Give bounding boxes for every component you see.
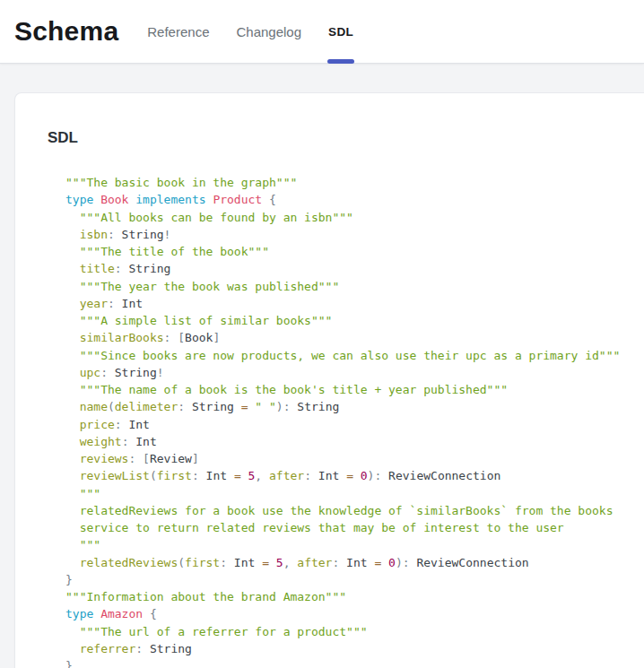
tab-bar: ReferenceChangelogSDL — [145, 0, 355, 63]
sdl-card: SDL """The basic book in the graph"""typ… — [14, 92, 644, 668]
code-line: """ — [65, 536, 626, 553]
code-line: reviewList(first: Int = 5, after: Int = … — [65, 467, 626, 484]
code-line: """The url of a referrer for a product""… — [65, 623, 626, 640]
tab-label: SDL — [328, 25, 353, 39]
code-line: """All books can be found by an isbn""" — [65, 209, 626, 226]
code-line: year: Int — [65, 295, 626, 312]
code-line: upc: String! — [65, 364, 626, 381]
tab-label: Reference — [147, 24, 209, 39]
code-line: """A simple list of similar books""" — [65, 312, 626, 329]
code-line: """The year the book was published""" — [65, 278, 626, 295]
tab-reference[interactable]: Reference — [145, 0, 211, 63]
code-line: } — [65, 571, 626, 588]
code-line: isbn: String! — [65, 226, 626, 243]
code-line: similarBooks: [Book] — [65, 329, 626, 346]
sdl-heading: SDL — [48, 129, 626, 147]
tab-sdl[interactable]: SDL — [326, 0, 355, 63]
code-line: weight: Int — [65, 433, 626, 450]
code-line: service to return related reviews that m… — [65, 519, 626, 536]
content-area: SDL """The basic book in the graph"""typ… — [0, 64, 644, 668]
code-line: name(delimeter: String = " "): String — [65, 398, 626, 415]
page-header: Schema ReferenceChangelogSDL — [0, 0, 644, 64]
page-title: Schema — [14, 16, 118, 47]
sdl-code-block: """The basic book in the graph"""type Bo… — [65, 174, 626, 668]
code-line: """The title of the book""" — [65, 243, 626, 260]
tab-label: Changelog — [236, 24, 301, 39]
tab-changelog[interactable]: Changelog — [234, 0, 303, 63]
code-line: relatedReviews(first: Int = 5, after: In… — [65, 554, 626, 571]
code-line: type Amazon { — [65, 605, 626, 622]
code-line: relatedReviews for a book use the knowle… — [65, 502, 626, 519]
code-line: price: Int — [65, 416, 626, 433]
code-line: """ — [65, 485, 626, 502]
code-line: referrer: String — [65, 640, 626, 657]
code-line: """The basic book in the graph""" — [65, 174, 626, 191]
code-line: """The name of a book is the book's titl… — [65, 381, 626, 398]
code-line: type Book implements Product { — [65, 191, 626, 208]
code-line: } — [65, 657, 626, 668]
active-tab-indicator — [327, 59, 354, 64]
code-line: title: String — [65, 260, 626, 277]
code-line: reviews: [Review] — [65, 450, 626, 467]
code-line: """Information about the brand Amazon""" — [65, 588, 626, 605]
code-line: """Since books are now products, we can … — [65, 347, 626, 364]
